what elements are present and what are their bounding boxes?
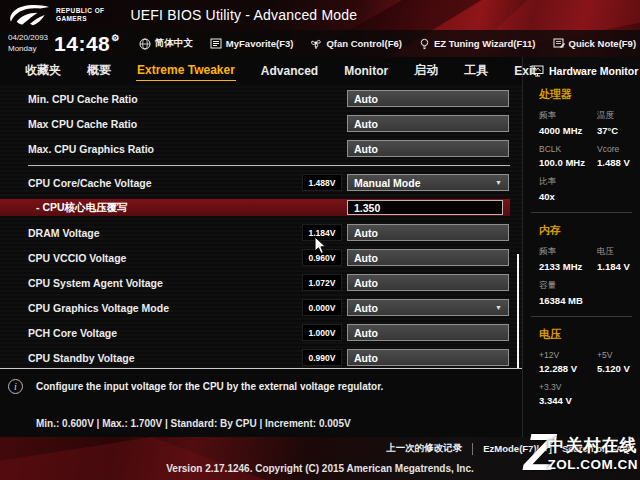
setting-row-cpu-standby-voltage[interactable]: CPU Standby Voltage 0.990V Auto xyxy=(0,349,522,366)
voltage-reading: 0.000V xyxy=(302,299,342,316)
monitor-field: +3.3V3.344 V xyxy=(539,382,597,406)
quick-note-button[interactable]: Quick Note(F9) xyxy=(553,38,637,49)
last-modified-link[interactable]: 上一次的修改记录 xyxy=(386,442,462,455)
tab-favorites[interactable]: 收藏夹 xyxy=(24,59,62,82)
monitor-field: 容量16384 MB xyxy=(539,280,597,306)
chevron-down-icon: ▼ xyxy=(495,179,502,186)
help-panel: i Configure the input voltage for the CP… xyxy=(0,368,522,437)
setting-label: PCH Core Voltage xyxy=(0,327,117,339)
tab-main[interactable]: 概要 xyxy=(86,59,112,82)
setting-row-cpu-core-voltage-override[interactable]: - CPU核心电压覆写 1.350 xyxy=(0,199,510,216)
time-display[interactable]: 14:48⚙ xyxy=(54,32,120,56)
tab-exit[interactable]: Exit xyxy=(513,61,537,81)
monitor-field: Vcore1.488 V xyxy=(597,144,640,168)
setting-label: CPU System Agent Voltage xyxy=(0,277,163,289)
setting-value-box[interactable]: Auto xyxy=(347,324,509,341)
monitor-field: 频率2133 MHz xyxy=(539,246,597,272)
menu-tab-bar: 收藏夹 概要 Extreme Tweaker Advanced Monitor … xyxy=(0,57,522,84)
monitor-field: 温度37°C xyxy=(597,110,640,136)
setting-label: CPU VCCIO Voltage xyxy=(0,252,126,264)
monitor-field: 频率4000 MHz xyxy=(539,110,597,136)
voltage-reading: 0.990V xyxy=(302,349,342,366)
qfan-icon xyxy=(310,38,322,50)
setting-row-cpu-graphics-voltage-mode[interactable]: CPU Graphics Voltage Mode 0.000V Auto▼ xyxy=(0,299,522,316)
setting-label: DRAM Voltage xyxy=(0,227,100,239)
setting-row-cpu-system-agent-voltage[interactable]: CPU System Agent Voltage 1.072V Auto xyxy=(0,274,522,291)
tab-tool[interactable]: 工具 xyxy=(463,59,489,82)
chevron-down-icon: ▼ xyxy=(495,304,502,311)
tab-advanced[interactable]: Advanced xyxy=(260,61,319,81)
setting-label: Max CPU Cache Ratio xyxy=(0,118,137,130)
info-icon: i xyxy=(8,379,23,394)
monitor-field: 比率40x xyxy=(539,176,597,202)
setting-dropdown[interactable]: Auto▼ xyxy=(347,299,509,316)
setting-value-box[interactable]: Auto xyxy=(347,274,509,291)
bulb-icon xyxy=(419,38,430,50)
voltage-reading: 1.072V xyxy=(302,274,342,291)
setting-row-max-cpu-graphics-ratio[interactable]: Max. CPU Graphics Ratio Auto xyxy=(0,140,522,157)
zol-watermark: Z 中关村在线 ZOL.COM.CN xyxy=(524,432,638,474)
divider xyxy=(472,443,473,455)
language-button[interactable]: 简体中文 xyxy=(139,37,193,50)
hardware-monitor-panel: Hardware Monitor 处理器 频率4000 MHz 温度37°C B… xyxy=(522,57,640,437)
setting-dropdown[interactable]: Manual Mode▼ xyxy=(347,174,509,191)
setting-label: Min. CPU Cache Ratio xyxy=(0,93,138,105)
page-title: UEFI BIOS Utility - Advanced Mode xyxy=(130,7,357,23)
qfan-button[interactable]: Qfan Control(F6) xyxy=(310,38,401,50)
voltage-reading: 1.000V xyxy=(302,324,342,341)
cpu-readouts: 频率4000 MHz 温度37°C BCLK100.0 MHz Vcore1.4… xyxy=(523,104,640,202)
setting-row-min-cpu-cache-ratio[interactable]: Min. CPU Cache Ratio Auto xyxy=(0,90,522,107)
tab-extreme-tweaker[interactable]: Extreme Tweaker xyxy=(136,60,236,81)
scrollbar[interactable] xyxy=(517,254,519,372)
myfavorite-button[interactable]: MyFavorite(F3) xyxy=(210,38,294,49)
settings-list: Min. CPU Cache Ratio Auto Max CPU Cache … xyxy=(0,84,522,368)
setting-row-dram-voltage[interactable]: DRAM Voltage 1.184V Auto xyxy=(0,224,522,241)
brand-text: REPUBLIC OF GAMERS xyxy=(56,7,104,23)
monitor-field: BCLK100.0 MHz xyxy=(539,144,597,168)
ez-tuning-button[interactable]: EZ Tuning Wizard(F11) xyxy=(419,38,536,50)
section-title-cpu: 处理器 xyxy=(523,77,640,104)
setting-value-box[interactable]: Auto xyxy=(347,249,509,266)
tab-boot[interactable]: 启动 xyxy=(413,59,439,82)
setting-value-box[interactable]: Auto xyxy=(347,224,509,241)
rog-logo-icon xyxy=(8,2,52,28)
title-bar: REPUBLIC OF GAMERS UEFI BIOS Utility - A… xyxy=(0,0,640,30)
setting-value-box[interactable]: Auto xyxy=(347,115,509,132)
bios-screen: REPUBLIC OF GAMERS UEFI BIOS Utility - A… xyxy=(0,0,640,480)
monitor-field: +5V5.120 V xyxy=(597,350,640,374)
setting-label: CPU Graphics Voltage Mode xyxy=(0,302,169,314)
voltage-reading: 1.488V xyxy=(302,174,342,191)
mouse-cursor xyxy=(314,236,328,256)
toolbar: 04/20/2093 Monday 14:48⚙ 简体中文 MyFavorite… xyxy=(0,30,640,57)
myfavorite-icon xyxy=(210,38,222,49)
voltage-readouts: +12V12.288 V +5V5.120 V +3.3V3.344 V xyxy=(523,344,640,406)
watermark-site: ZOL.COM.CN xyxy=(548,457,639,472)
voltage-override-input[interactable]: 1.350 xyxy=(347,200,503,215)
monitor-field: +12V12.288 V xyxy=(539,350,597,374)
watermark-name: 中关村在线 xyxy=(548,434,639,457)
setting-value-box[interactable]: Auto xyxy=(347,90,509,107)
hardware-monitor-title: Hardware Monitor xyxy=(523,57,640,77)
gear-icon[interactable]: ⚙ xyxy=(111,33,120,43)
section-title-voltage: 电压 xyxy=(523,317,640,344)
note-icon xyxy=(553,38,565,49)
date-display[interactable]: 04/20/2093 Monday xyxy=(8,33,48,54)
setting-label: - CPU核心电压覆写 xyxy=(0,201,128,215)
globe-icon xyxy=(139,38,151,50)
setting-row-max-cpu-cache-ratio[interactable]: Max CPU Cache Ratio Auto xyxy=(0,115,522,132)
memory-readouts: 频率2133 MHz 电压1.184 V 容量16384 MB xyxy=(523,240,640,306)
setting-label: CPU Standby Voltage xyxy=(0,352,135,364)
setting-value-box[interactable]: Auto xyxy=(347,349,509,366)
section-title-memory: 内存 xyxy=(523,213,640,240)
setting-row-cpu-core-cache-voltage[interactable]: CPU Core/Cache Voltage 1.488V Manual Mod… xyxy=(0,174,522,191)
help-range: Min.: 0.600V | Max.: 1.700V | Standard: … xyxy=(36,418,351,429)
setting-row-cpu-vccio-voltage[interactable]: CPU VCCIO Voltage 0.960V Auto xyxy=(0,249,522,266)
setting-label: CPU Core/Cache Voltage xyxy=(0,177,152,189)
setting-label: Max. CPU Graphics Ratio xyxy=(0,143,154,155)
section-divider xyxy=(28,165,510,166)
setting-value-box[interactable]: Auto xyxy=(347,140,509,157)
setting-row-pch-core-voltage[interactable]: PCH Core Voltage 1.000V Auto xyxy=(0,324,522,341)
monitor-field: 电压1.184 V xyxy=(597,246,640,272)
tab-monitor[interactable]: Monitor xyxy=(343,61,389,81)
help-description: Configure the input voltage for the CPU … xyxy=(36,381,383,392)
